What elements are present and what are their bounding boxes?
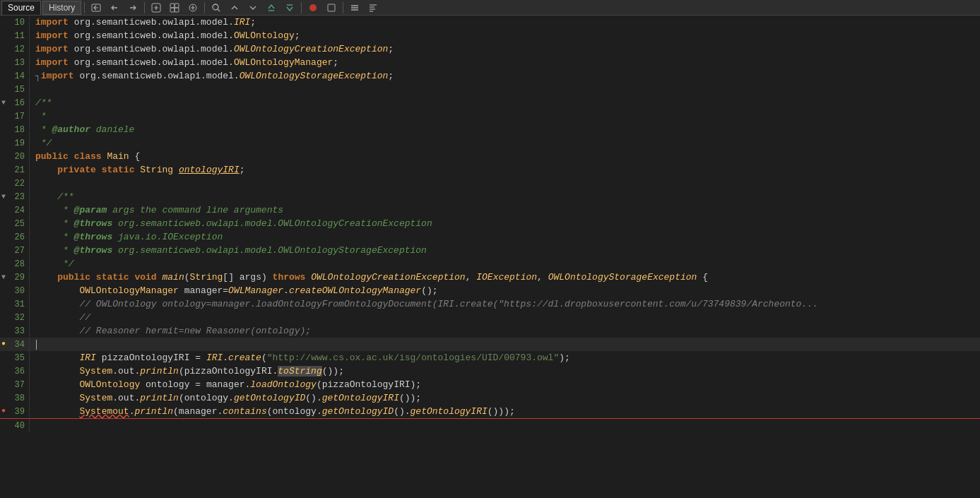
table-row: 28 */ (0, 257, 980, 271)
table-row: 19 */ (0, 136, 980, 150)
line-number: 19 (0, 136, 30, 150)
line-content: private static String ontologyIRI; (30, 163, 980, 177)
prev-mark-icon[interactable] (226, 1, 243, 14)
table-row: 26 * @throws java.io.IOException (0, 230, 980, 244)
table-row: ▼ 16 /** (0, 96, 980, 109)
table-row: 17 * (0, 109, 980, 123)
line-content: // OWLOntology ontology=manager.loadOnto… (30, 297, 980, 311)
quick-diff-icon[interactable] (346, 1, 363, 14)
back-icon[interactable] (88, 1, 105, 14)
table-row: 37 OWLOntology ontology = manager.loadOn… (0, 378, 980, 391)
annotations-icon[interactable] (365, 1, 382, 14)
watch-icon[interactable] (323, 1, 340, 14)
toolbar-separator-2 (144, 2, 145, 13)
line-number: 35 (0, 351, 30, 364)
line-content: ┐import org.semanticweb.owlapi.model.OWL… (30, 69, 980, 83)
table-row: 11 import org.semanticweb.owlapi.model.O… (0, 29, 980, 42)
table-row: 25 * @throws org.semanticweb.owlapi.mode… (0, 217, 980, 230)
fold-icon[interactable]: ▼ (1, 99, 6, 107)
line-content: */ (30, 136, 980, 150)
table-row: 12 import org.semanticweb.owlapi.model.O… (0, 42, 980, 56)
source-tab[interactable]: Source (1, 1, 41, 15)
table-row: ▼ 23 /** (0, 190, 980, 203)
toolbar-separator-4 (301, 2, 302, 13)
line-content: import org.semanticweb.owlapi.model.OWLO… (30, 29, 980, 42)
svg-line-8 (218, 9, 220, 11)
fold-icon[interactable]: ▼ (1, 193, 6, 201)
breakpoint-icon[interactable] (305, 1, 321, 14)
table-row: 40 (0, 419, 980, 432)
history-tab[interactable]: History (42, 1, 81, 15)
line-number: ● 34 (0, 338, 30, 351)
line-number: 10 (0, 16, 30, 29)
line-number: 27 (0, 244, 30, 257)
line-number: 15 (0, 83, 30, 96)
line-number: 40 (0, 419, 30, 432)
prev-edit-icon[interactable] (106, 1, 123, 14)
line-number: 25 (0, 217, 30, 230)
svg-rect-3 (175, 4, 179, 8)
line-number: 38 (0, 391, 30, 405)
table-row: 33 // Reasoner hermit=new Reasoner(ontol… (0, 324, 980, 338)
line-content: /** (30, 190, 980, 203)
prev-occurrence-icon[interactable] (263, 1, 280, 14)
line-content: import org.semanticweb.owlapi.model.OWLO… (30, 56, 980, 69)
table-row: ● 39 Systemout.println(manager.contains(… (0, 405, 980, 419)
select-icon3[interactable] (184, 1, 201, 14)
table-row: ● 34 (0, 338, 980, 351)
table-row: 38 System.out.println(ontology.getOntolo… (0, 391, 980, 405)
table-row: 10 import org.semanticweb.owlapi.model.I… (0, 16, 980, 29)
code-editor[interactable]: 10 import org.semanticweb.owlapi.model.I… (0, 16, 980, 498)
line-content: * @throws org.semanticweb.owlapi.model.O… (30, 244, 980, 257)
next-occurrence-icon[interactable] (281, 1, 298, 14)
line-number: 21 (0, 163, 30, 177)
fold-icon[interactable]: ▼ (1, 273, 6, 281)
svg-point-7 (213, 4, 218, 10)
table-row: 35 IRI pizzaOntologyIRI = IRI.create("ht… (0, 351, 980, 364)
search-icon[interactable] (208, 1, 225, 14)
svg-rect-2 (170, 4, 175, 8)
line-number: ● 39 (0, 405, 30, 418)
line-content: import org.semanticweb.owlapi.model.IRI; (30, 16, 980, 29)
line-content: * @author daniele (30, 123, 980, 136)
table-row: 15 (0, 83, 980, 96)
table-row: 18 * @author daniele (0, 123, 980, 136)
line-number: 26 (0, 230, 30, 244)
line-content: * @throws java.io.IOException (30, 230, 980, 244)
line-content: * @throws org.semanticweb.owlapi.model.O… (30, 217, 980, 230)
next-edit-icon[interactable] (124, 1, 141, 14)
line-number: 36 (0, 364, 30, 378)
svg-rect-5 (175, 8, 179, 12)
table-row: 31 // OWLOntology ontology=manager.loadO… (0, 297, 980, 311)
select-icon2[interactable] (166, 1, 183, 14)
table-row: 13 import org.semanticweb.owlapi.model.O… (0, 56, 980, 69)
line-number: ▼ 29 (0, 271, 30, 284)
table-row: 36 System.out.println(pizzaOntologyIRI.t… (0, 364, 980, 378)
line-content: * @param args the command line arguments (30, 203, 980, 217)
line-content: OWLOntologyManager manager=OWLManager.cr… (30, 284, 980, 297)
line-number: 30 (0, 284, 30, 297)
line-content: */ (30, 257, 980, 271)
line-content: OWLOntology ontology = manager.loadOntol… (30, 378, 980, 391)
line-number: ▼ 23 (0, 190, 30, 203)
table-row: 21 private static String ontologyIRI; (0, 163, 980, 177)
line-content: Systemout.println(manager.contains(ontol… (30, 405, 980, 418)
line-content: * (30, 109, 980, 123)
line-number: 22 (0, 177, 30, 190)
line-content: // Reasoner hermit=new Reasoner(ontology… (30, 324, 980, 338)
line-number: 14 (0, 69, 30, 83)
line-content (30, 83, 980, 96)
next-mark-icon[interactable] (244, 1, 261, 14)
svg-rect-12 (328, 4, 335, 11)
line-number: 12 (0, 42, 30, 56)
line-content: IRI pizzaOntologyIRI = IRI.create("http:… (30, 351, 980, 364)
line-content: /** (30, 96, 980, 109)
line-number: 33 (0, 324, 30, 338)
line-content (30, 419, 980, 432)
select-occurrence-icon[interactable] (148, 1, 165, 14)
table-row: 32 // (0, 311, 980, 324)
line-number: 11 (0, 29, 30, 42)
table-row: 24 * @param args the command line argume… (0, 203, 980, 217)
line-content[interactable] (30, 338, 980, 351)
toolbar-separator-3 (204, 2, 205, 13)
